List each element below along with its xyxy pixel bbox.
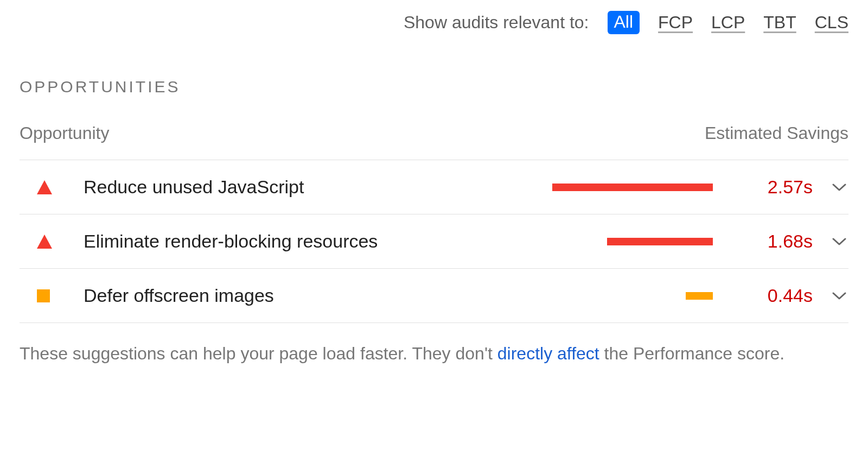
audit-filter-label: Show audits relevant to: bbox=[404, 12, 589, 33]
filter-btn-cls[interactable]: CLS bbox=[815, 12, 848, 33]
savings-bar bbox=[686, 292, 713, 300]
savings-bar bbox=[552, 184, 713, 191]
estimated-savings-value: 1.68s bbox=[713, 231, 816, 252]
footnote-link[interactable]: directly affect bbox=[497, 344, 599, 363]
opportunity-table-header: Opportunity Estimated Savings bbox=[20, 123, 848, 160]
estimated-savings-value: 2.57s bbox=[713, 176, 816, 198]
footnote-text-pre: These suggestions can help your page loa… bbox=[20, 344, 497, 363]
filter-btn-lcp[interactable]: LCP bbox=[711, 12, 745, 33]
severity-triangle-icon bbox=[20, 235, 58, 249]
opportunity-list: Reduce unused JavaScript2.57sEliminate r… bbox=[20, 160, 848, 323]
opportunity-row[interactable]: Eliminate render-blocking resources1.68s bbox=[20, 214, 848, 269]
svg-marker-1 bbox=[37, 235, 52, 249]
chevron-down-icon[interactable] bbox=[816, 237, 848, 246]
filter-btn-tbt[interactable]: TBT bbox=[763, 12, 796, 33]
audit-filter-row: Show audits relevant to: All FCP LCP TBT… bbox=[20, 0, 848, 50]
opportunity-row[interactable]: Defer offscreen images0.44s bbox=[20, 269, 848, 323]
opportunity-title: Eliminate render-blocking resources bbox=[58, 231, 550, 252]
svg-marker-0 bbox=[37, 180, 52, 194]
severity-square-icon bbox=[20, 289, 58, 302]
filter-btn-fcp[interactable]: FCP bbox=[658, 12, 693, 33]
section-heading-opportunities: OPPORTUNITIES bbox=[20, 78, 848, 96]
column-header-opportunity: Opportunity bbox=[20, 123, 109, 143]
chevron-down-icon[interactable] bbox=[816, 292, 848, 300]
estimated-savings-value: 0.44s bbox=[713, 285, 816, 306]
column-header-savings: Estimated Savings bbox=[705, 123, 848, 143]
opportunity-row[interactable]: Reduce unused JavaScript2.57s bbox=[20, 160, 848, 214]
opportunity-title: Defer offscreen images bbox=[58, 285, 550, 306]
savings-bar-wrap bbox=[550, 292, 713, 300]
chevron-down-icon[interactable] bbox=[816, 183, 848, 192]
savings-bar-wrap bbox=[550, 184, 713, 191]
opportunities-footnote: These suggestions can help your page loa… bbox=[20, 323, 848, 368]
footnote-text-post: the Performance score. bbox=[599, 344, 784, 363]
filter-btn-all[interactable]: All bbox=[608, 11, 640, 34]
savings-bar-wrap bbox=[550, 238, 713, 245]
savings-bar bbox=[607, 238, 713, 245]
opportunity-title: Reduce unused JavaScript bbox=[58, 176, 550, 198]
severity-triangle-icon bbox=[20, 180, 58, 194]
